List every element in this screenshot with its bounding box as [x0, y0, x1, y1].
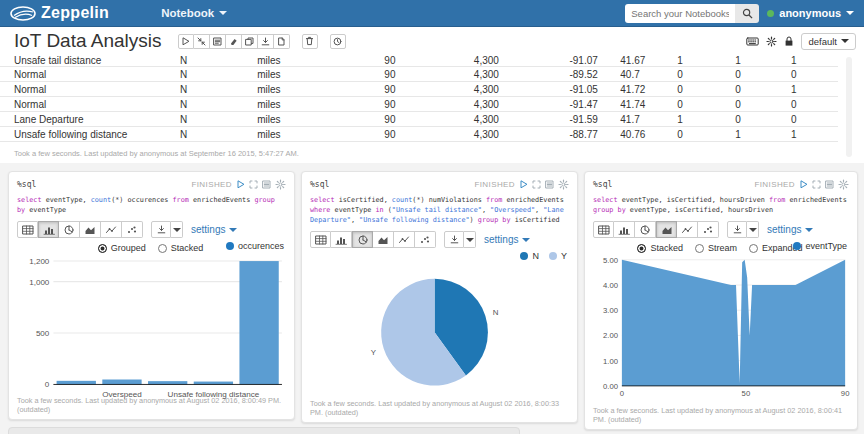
- eraser-icon: [229, 37, 238, 46]
- line-chart-button[interactable]: [677, 221, 698, 238]
- legend-item-N[interactable]: N: [520, 251, 539, 261]
- zeppelin-brand[interactable]: Zeppelin: [10, 4, 109, 22]
- table-cell: 0: [789, 112, 838, 127]
- lines-icon[interactable]: [262, 180, 271, 189]
- expand-icon[interactable]: [532, 180, 541, 189]
- pie-chart-button[interactable]: [59, 221, 80, 238]
- settings-link[interactable]: settings: [484, 234, 530, 245]
- paragraph-status: FINISHED: [191, 180, 232, 189]
- export-data-button[interactable]: [727, 221, 747, 238]
- scatter-chart-button[interactable]: [698, 221, 719, 238]
- view-mode-button[interactable]: default: [801, 33, 856, 50]
- gear-icon[interactable]: [275, 179, 286, 190]
- radio-icon: [158, 244, 167, 253]
- play-button[interactable]: [178, 34, 194, 49]
- sql-code[interactable]: select isCertified, count(*) numViolatio…: [310, 195, 569, 225]
- svg-text:2.00: 2.00: [603, 331, 618, 340]
- table-cell: N: [178, 97, 255, 112]
- eraser-button[interactable]: [226, 34, 242, 49]
- search-button[interactable]: [735, 4, 759, 23]
- gear-icon[interactable]: [766, 36, 777, 47]
- paragraph-status: FINISHED: [754, 180, 795, 189]
- chart-mode-stacked[interactable]: Stacked: [637, 243, 683, 253]
- table-cell: 4,300: [472, 55, 568, 67]
- settings-link[interactable]: settings: [767, 224, 813, 235]
- table-cell: 0: [789, 67, 838, 82]
- gear-icon[interactable]: [558, 179, 569, 190]
- chart-mode-stream[interactable]: Stream: [695, 243, 737, 253]
- settings-link[interactable]: settings: [191, 224, 237, 235]
- trash-icon: [305, 36, 314, 46]
- export-button[interactable]: [258, 34, 274, 49]
- play-icon[interactable]: [519, 180, 528, 189]
- legend-dot-icon: [520, 252, 528, 260]
- chart-controls: GroupedStackedoccurences: [17, 241, 286, 255]
- show-code-button[interactable]: [210, 34, 226, 49]
- export-options-button[interactable]: [747, 221, 759, 238]
- table-cell: miles: [255, 67, 382, 82]
- expand-icon[interactable]: [812, 180, 821, 189]
- search-input[interactable]: [625, 4, 735, 23]
- file-button[interactable]: [274, 34, 290, 49]
- export-data-button[interactable]: [444, 231, 464, 248]
- table-cell: Normal: [0, 97, 178, 112]
- area-chart-button[interactable]: [373, 231, 394, 248]
- pie-chart-button[interactable]: [352, 231, 373, 248]
- gear-icon[interactable]: [838, 179, 849, 190]
- notebook-menu[interactable]: Notebook: [161, 7, 227, 19]
- expand-icon[interactable]: [249, 180, 258, 189]
- scatter-chart-button[interactable]: [415, 231, 436, 248]
- code-line: select eventType, isCertified, hoursDriv…: [593, 195, 849, 205]
- table-row: NormalNmiles904,300-89.5240.7000: [0, 67, 838, 82]
- table-button[interactable]: [17, 221, 38, 238]
- paragraph-status: FINISHED: [474, 180, 515, 189]
- sql-code[interactable]: select eventType, isCertified, hoursDriv…: [593, 195, 849, 215]
- radio-icon: [749, 244, 758, 253]
- keyboard-icon[interactable]: [746, 37, 759, 46]
- chart-legend: NY: [520, 251, 567, 261]
- clone-button[interactable]: [242, 34, 258, 49]
- remove-note-button[interactable]: [302, 34, 318, 49]
- play-icon[interactable]: [799, 180, 808, 189]
- chart-mode-stacked[interactable]: Stacked: [158, 243, 204, 253]
- legend-item-Y[interactable]: Y: [549, 251, 567, 261]
- sql-code[interactable]: select eventType, count(*) occurences fr…: [17, 195, 286, 215]
- table-button[interactable]: [593, 221, 614, 238]
- svg-text:Unsafe following distance: Unsafe following distance: [168, 390, 260, 399]
- bar-chart-button[interactable]: [614, 221, 635, 238]
- table-scrollbar[interactable]: [846, 57, 852, 157]
- scatter-chart-button[interactable]: [122, 221, 143, 238]
- area-chart-button[interactable]: [80, 221, 101, 238]
- user-menu[interactable]: anonymous: [767, 7, 854, 19]
- clock-icon: [333, 37, 342, 46]
- lines-icon[interactable]: [545, 180, 554, 189]
- lines-icon[interactable]: [825, 180, 834, 189]
- play-icon[interactable]: [236, 180, 245, 189]
- lock-icon[interactable]: [784, 36, 794, 47]
- export-options-button[interactable]: [171, 221, 183, 238]
- legend-item-occurences[interactable]: occurences: [226, 241, 284, 251]
- table-icon: [315, 235, 327, 245]
- scheduler-button[interactable]: [330, 34, 346, 49]
- chart-legend: occurences: [226, 241, 284, 251]
- table-cell: Lane Departure: [0, 112, 178, 127]
- table-cell: -91.47: [567, 97, 618, 112]
- bar-chart-button[interactable]: [331, 231, 352, 248]
- chart-mode-grouped[interactable]: Grouped: [98, 243, 146, 253]
- table-cell: -91.59: [567, 112, 618, 127]
- svg-text:0: 0: [45, 380, 50, 389]
- chevron-down-icon: [805, 228, 813, 232]
- table-button[interactable]: [310, 231, 331, 248]
- line-chart-button[interactable]: [101, 221, 122, 238]
- compress-button[interactable]: [194, 34, 210, 49]
- export-options-button[interactable]: [464, 231, 476, 248]
- table-cell: miles: [255, 97, 382, 112]
- legend-item-eventType[interactable]: eventType: [793, 241, 847, 251]
- table-cell: N: [178, 67, 255, 82]
- export-data-button[interactable]: [151, 221, 171, 238]
- table-cell: 1: [789, 127, 838, 142]
- line-chart-button[interactable]: [394, 231, 415, 248]
- bar-chart-button[interactable]: [38, 221, 59, 238]
- area-chart-button[interactable]: [656, 221, 677, 238]
- pie-chart-button[interactable]: [635, 221, 656, 238]
